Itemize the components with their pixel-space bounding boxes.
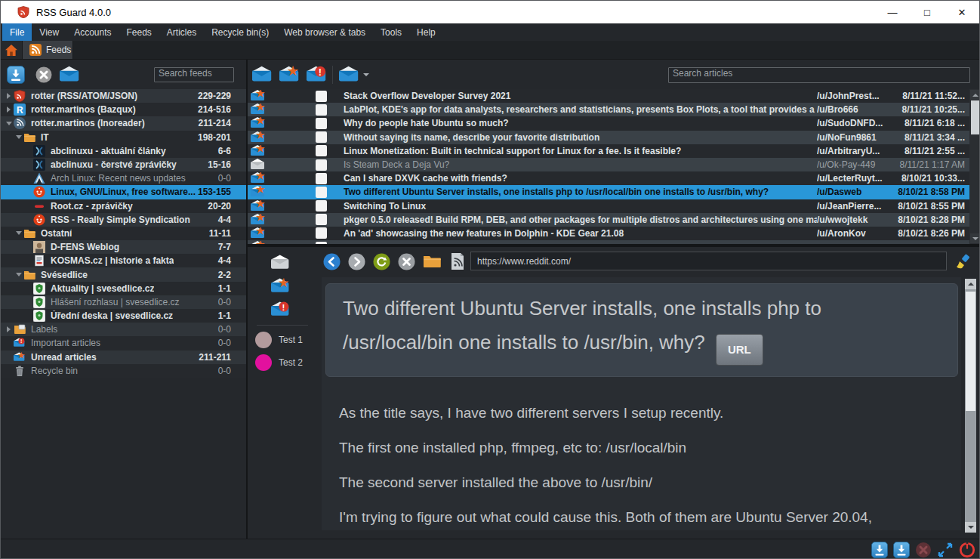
- feed-row[interactable]: Svésedlice2-2: [1, 267, 246, 281]
- article-row[interactable]: ★Can I share DXVK cache with friends?/u/…: [248, 171, 969, 185]
- expander-closed-icon[interactable]: [4, 93, 14, 99]
- rss-source-button[interactable]: [450, 252, 465, 270]
- feed-row[interactable]: KOSMAS.cz | historie a fakta4-4: [1, 254, 246, 267]
- expander-closed-icon[interactable]: [4, 326, 14, 332]
- feed-row[interactable]: Recycle bin0-0: [1, 364, 246, 378]
- feed-row[interactable]: Arch Linux: Recent news updates0-0: [1, 171, 246, 185]
- article-row[interactable]: ★Switching To Linux/u/JeanPierre...8/10/…: [248, 199, 969, 213]
- feed-row[interactable]: D-FENS Weblog7-7: [1, 240, 246, 254]
- scroll-up-button[interactable]: [970, 90, 980, 100]
- article-row[interactable]: ★LabPlot, KDE's app for data analysts, r…: [248, 103, 969, 116]
- feed-row[interactable]: Labels0-0: [1, 323, 246, 336]
- article-row[interactable]: ★Two different Ubuntu Server installs, o…: [248, 185, 969, 199]
- forward-button[interactable]: [348, 253, 365, 270]
- important-checkbox[interactable]: [316, 118, 327, 129]
- feed-row[interactable]: !Important articles0-0: [1, 336, 246, 350]
- important-checkbox[interactable]: [316, 145, 327, 156]
- feed-row[interactable]: abclinuxu - čerstvé zprávičky15-16: [1, 158, 246, 171]
- article-row[interactable]: ★pkger 0.5.0 released! Build RPM, DEB, a…: [248, 213, 969, 227]
- feed-row[interactable]: RSS - Really Simple Syndication4-4: [1, 213, 246, 227]
- mark-read-button[interactable]: [271, 254, 291, 272]
- important-checkbox[interactable]: [316, 91, 327, 102]
- expander-open-icon[interactable]: [14, 135, 23, 139]
- mark-read-button[interactable]: [60, 66, 81, 84]
- quit-button[interactable]: [959, 542, 975, 558]
- menu-accounts[interactable]: Accounts: [66, 23, 119, 41]
- close-button[interactable]: ✕: [945, 1, 979, 23]
- menu-view[interactable]: View: [32, 23, 66, 41]
- scroll-down-button[interactable]: [965, 522, 976, 533]
- important-checkbox[interactable]: [316, 173, 327, 184]
- downloads-button-2[interactable]: [893, 542, 910, 558]
- article-row[interactable]: Is Steam Deck a Deja Vu?/u/Ok-Pay-4498/1…: [248, 158, 969, 171]
- url-field[interactable]: https://www.reddit.com/: [470, 252, 947, 270]
- url-button[interactable]: URL: [716, 334, 763, 366]
- feed-row[interactable]: Root.cz - zprávičky20-20: [1, 199, 246, 213]
- article-row[interactable]: ★Without saying its name, describe your …: [248, 131, 969, 144]
- menu-web-browser-tabs[interactable]: Web browser & tabs: [276, 23, 373, 41]
- menu-help[interactable]: Help: [409, 23, 443, 41]
- mark-all-read-button[interactable]: [339, 66, 360, 84]
- mark-unread-button[interactable]: ★: [271, 277, 291, 295]
- expander-open-icon[interactable]: [14, 231, 23, 235]
- scroll-up-button[interactable]: [965, 279, 976, 289]
- important-checkbox[interactable]: [316, 131, 327, 143]
- feed-row[interactable]: rotter (RSS/ATOM/JSON)229-229: [1, 89, 246, 103]
- scroll-thumb[interactable]: [966, 292, 975, 411]
- mark-article-important-button[interactable]: !: [307, 66, 328, 84]
- feed-row[interactable]: abclinuxu - aktuální články6-6: [1, 144, 246, 158]
- label-test-2[interactable]: Test 2: [255, 354, 303, 371]
- feed-row[interactable]: Rrotter.martinos (Bazqux)214-516: [1, 103, 246, 116]
- important-checkbox[interactable]: [316, 104, 327, 116]
- maximize-button[interactable]: □: [910, 1, 945, 23]
- minimize-button[interactable]: —: [875, 1, 910, 23]
- search-articles-input[interactable]: Search articles: [668, 67, 970, 83]
- article-row[interactable]: ★Why do people hate Ubuntu so much?/u/Su…: [248, 116, 969, 130]
- menu-articles[interactable]: Articles: [159, 23, 204, 41]
- expander-open-icon[interactable]: [4, 122, 14, 125]
- tab-feeds[interactable]: Feeds: [23, 41, 73, 59]
- article-row[interactable]: ★Linux Monetization: Built in technical …: [248, 144, 969, 158]
- feed-row[interactable]: ★Unread articles211-211: [1, 351, 246, 364]
- expander-open-icon[interactable]: [14, 273, 23, 276]
- back-button[interactable]: [323, 253, 341, 270]
- browser-scrollbar[interactable]: [965, 279, 976, 533]
- feed-row[interactable]: Ostatní11-11: [1, 227, 246, 240]
- tab-home[interactable]: [1, 41, 23, 59]
- menu-recycle-bin-s-[interactable]: Recycle bin(s): [204, 23, 276, 41]
- important-checkbox[interactable]: [316, 227, 327, 239]
- important-checkbox[interactable]: [316, 187, 327, 198]
- feed-row[interactable]: rotter.martinos (Inoreader)211-214: [1, 116, 246, 130]
- article-row[interactable]: ★Stack Overflow Developer Survey 2021/u/…: [248, 89, 969, 103]
- menu-tools[interactable]: Tools: [373, 23, 409, 41]
- feed-row[interactable]: Hlášení rozhlasu | svesedlice.cz0-0: [1, 295, 246, 309]
- scroll-down-button[interactable]: [970, 233, 980, 243]
- feed-row[interactable]: Aktuality | svesedlice.cz1-1: [1, 282, 246, 295]
- mark-article-read-button[interactable]: [252, 66, 273, 84]
- label-test-1[interactable]: Test 1: [255, 332, 303, 348]
- close-downloads-button[interactable]: [915, 542, 932, 558]
- stop-button[interactable]: [398, 253, 415, 270]
- important-checkbox[interactable]: [316, 214, 327, 225]
- feed-row[interactable]: IT198-201: [1, 131, 246, 144]
- scroll-thumb[interactable]: [971, 100, 979, 134]
- search-feeds-input[interactable]: Search feeds: [154, 67, 234, 82]
- important-checkbox[interactable]: [316, 200, 327, 212]
- fullscreen-button[interactable]: [937, 542, 954, 558]
- clean-icon[interactable]: [955, 253, 972, 270]
- update-feeds-button[interactable]: [7, 66, 25, 84]
- mark-article-unread-button[interactable]: ★: [279, 66, 300, 84]
- open-folder-button[interactable]: [423, 254, 441, 269]
- important-checkbox[interactable]: [316, 159, 327, 171]
- downloads-button-1[interactable]: [871, 542, 888, 558]
- feed-row[interactable]: Úřední deska | svesedlice.cz1-1: [1, 309, 246, 323]
- mark-important-button[interactable]: !: [271, 301, 291, 319]
- articles-scrollbar[interactable]: [969, 89, 980, 244]
- stop-update-button[interactable]: [35, 66, 52, 83]
- menu-file[interactable]: File: [2, 23, 32, 41]
- menu-feeds[interactable]: Feeds: [119, 23, 159, 41]
- feed-row[interactable]: Linux, GNU/Linux, free software...153-15…: [1, 185, 246, 199]
- expander-closed-icon[interactable]: [4, 107, 14, 113]
- reload-button[interactable]: [373, 253, 390, 270]
- article-row[interactable]: ★An 'ad' showcasing the new features in …: [248, 227, 969, 240]
